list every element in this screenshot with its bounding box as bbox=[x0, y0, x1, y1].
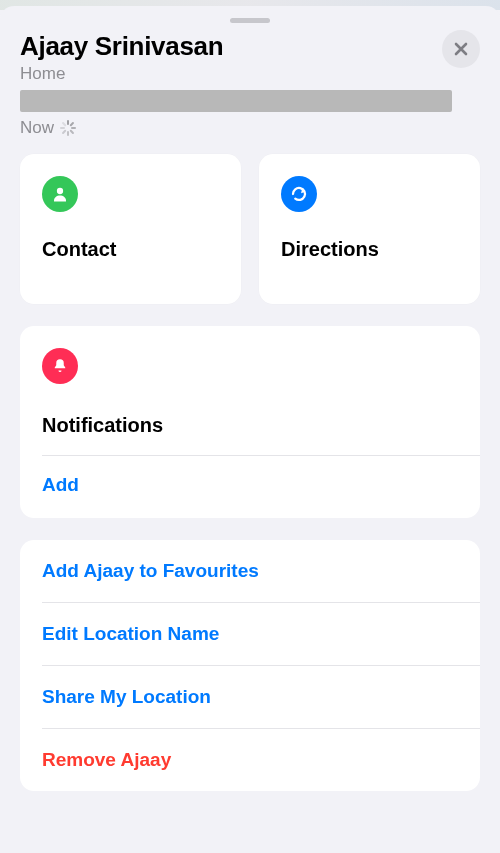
timestamp-line: Now bbox=[20, 118, 480, 138]
edit-location-name-button[interactable]: Edit Location Name bbox=[20, 603, 480, 665]
close-button[interactable] bbox=[442, 30, 480, 68]
action-card-row: Contact Directions bbox=[20, 154, 480, 304]
directions-card[interactable]: Directions bbox=[259, 154, 480, 304]
sheet-grabber[interactable] bbox=[230, 18, 270, 23]
notifications-title: Notifications bbox=[42, 414, 458, 437]
contact-icon bbox=[42, 176, 78, 212]
svg-point-0 bbox=[57, 188, 63, 194]
location-label: Home bbox=[20, 64, 480, 84]
timestamp-label: Now bbox=[20, 118, 54, 138]
contact-card-label: Contact bbox=[42, 238, 219, 261]
content-area: Contact Directions Notifications Add Add… bbox=[0, 154, 500, 791]
add-notification-button[interactable]: Add bbox=[20, 456, 480, 518]
sheet-header: Ajaay Srinivasan Home Now bbox=[0, 26, 500, 148]
notifications-section: Notifications Add bbox=[20, 326, 480, 518]
directions-icon bbox=[281, 176, 317, 212]
notifications-header: Notifications bbox=[20, 326, 480, 445]
share-my-location-button[interactable]: Share My Location bbox=[20, 666, 480, 728]
contact-card[interactable]: Contact bbox=[20, 154, 241, 304]
contact-title: Ajaay Srinivasan bbox=[20, 31, 480, 62]
close-icon bbox=[453, 41, 469, 57]
remove-person-button[interactable]: Remove Ajaay bbox=[20, 729, 480, 791]
bell-icon bbox=[42, 348, 78, 384]
loading-spinner-icon bbox=[60, 120, 76, 136]
actions-list: Add Ajaay to Favourites Edit Location Na… bbox=[20, 540, 480, 791]
bottom-sheet: Ajaay Srinivasan Home Now Contact bbox=[0, 6, 500, 853]
add-favourites-button[interactable]: Add Ajaay to Favourites bbox=[20, 540, 480, 602]
directions-card-label: Directions bbox=[281, 238, 458, 261]
address-redacted bbox=[20, 90, 452, 112]
